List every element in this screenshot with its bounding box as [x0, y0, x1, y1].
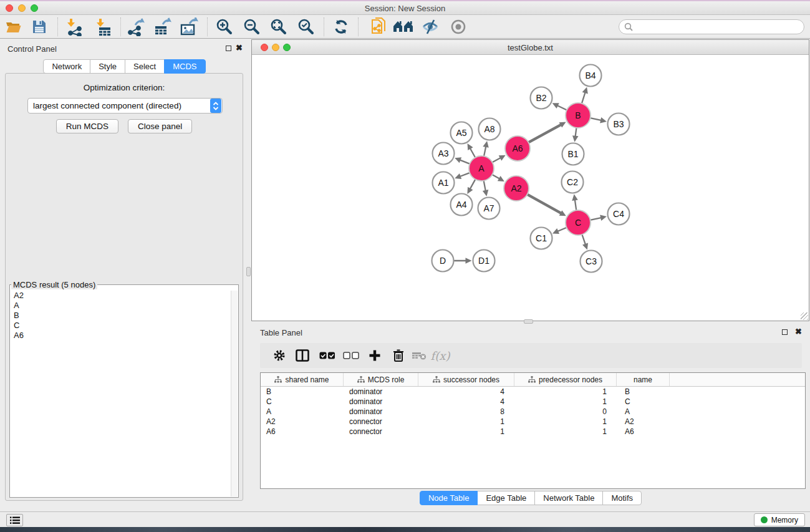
column-header-MCDS-role[interactable]: MCDS role	[344, 373, 418, 386]
cell[interactable]: C	[261, 397, 344, 407]
table-row[interactable]: A2connector11A2	[261, 417, 805, 427]
cell[interactable]: C	[617, 397, 670, 407]
cell[interactable]: 1	[514, 397, 617, 407]
cell[interactable]: 1	[514, 387, 617, 397]
cell[interactable]: dominator	[344, 407, 418, 417]
toolbar-search[interactable]	[619, 19, 804, 34]
deselect-all-button[interactable]	[340, 346, 362, 365]
close-panel-button[interactable]: Close panel	[128, 119, 192, 133]
zoom-selected-button[interactable]	[295, 17, 317, 37]
cell[interactable]: B	[261, 387, 344, 397]
cell[interactable]: dominator	[344, 387, 418, 397]
edge-A-A7[interactable]	[484, 181, 486, 191]
edge-B-B4[interactable]	[582, 92, 586, 103]
edge-A2-C[interactable]	[528, 195, 561, 213]
criterion-dropdown[interactable]: largest connected component (directed)	[27, 98, 223, 114]
network-from-file-button[interactable]	[367, 17, 390, 37]
zoom-out-button[interactable]	[241, 17, 263, 37]
split-divider-handle[interactable]	[246, 267, 251, 276]
column-header-name[interactable]: name	[617, 373, 670, 386]
edge-B-B3[interactable]	[591, 118, 602, 120]
node-table[interactable]: shared nameMCDS rolesuccessor nodesprede…	[260, 372, 806, 489]
cell[interactable]: B	[617, 387, 670, 397]
delete-table-button[interactable]	[408, 346, 430, 365]
delete-column-button[interactable]	[388, 346, 409, 365]
table-row[interactable]: A6connector11A6	[261, 427, 805, 437]
close-panel-icon[interactable]: ✖	[795, 327, 802, 336]
tab-mcds[interactable]: MCDS	[164, 59, 205, 74]
resize-grip-icon[interactable]	[801, 312, 808, 320]
zoom-in-button[interactable]	[213, 17, 236, 37]
mcds-result-list[interactable]: A2ABCA6	[11, 291, 231, 496]
run-mcds-button[interactable]: Run MCDS	[56, 119, 118, 133]
zoom-fit-button[interactable]	[268, 17, 290, 37]
cell[interactable]: 4	[418, 387, 514, 397]
tab-select[interactable]: Select	[125, 59, 165, 74]
tab-network[interactable]: Network	[43, 59, 90, 74]
column-header-shared-name[interactable]: shared name	[261, 373, 344, 386]
show-details-button[interactable]	[447, 17, 470, 37]
export-image-button[interactable]	[178, 17, 200, 37]
table-row[interactable]: Adominator80A	[261, 407, 805, 417]
first-neighbors-button[interactable]	[392, 17, 415, 37]
tab-network-table[interactable]: Network Table	[534, 491, 603, 505]
cell[interactable]: 4	[418, 397, 514, 407]
tab-edge-table[interactable]: Edge Table	[477, 491, 535, 505]
edge-C-C1[interactable]	[557, 228, 566, 231]
list-item-a2[interactable]: A2	[11, 291, 231, 301]
float-panel-icon[interactable]	[226, 46, 231, 51]
list-item-c[interactable]: C	[11, 321, 231, 331]
edge-B-B1[interactable]	[576, 128, 577, 137]
split-divider-handle[interactable]	[524, 319, 533, 324]
cell[interactable]: 1	[514, 417, 617, 427]
edge-C-C3[interactable]	[582, 235, 586, 245]
column-header-successor-nodes[interactable]: successor nodes	[418, 373, 514, 386]
cell[interactable]: 1	[418, 427, 514, 437]
import-network-button[interactable]	[64, 17, 86, 37]
cell[interactable]: A2	[617, 417, 670, 427]
edge-C-C4[interactable]	[591, 218, 602, 220]
cell[interactable]: 1	[514, 427, 617, 437]
edge-C-C2[interactable]	[575, 199, 576, 210]
edge-A-A2[interactable]	[493, 175, 500, 179]
search-input[interactable]	[636, 22, 799, 32]
table-row[interactable]: Cdominator41C	[261, 397, 805, 407]
edge-A-A8[interactable]	[484, 146, 486, 156]
network-window-titlebar[interactable]: testGlobe.txt	[252, 40, 809, 55]
cell[interactable]: A	[617, 407, 670, 417]
tab-motifs[interactable]: Motifs	[602, 491, 642, 505]
edge-A-A6[interactable]	[493, 157, 501, 162]
cell[interactable]: A	[261, 407, 344, 417]
table-row[interactable]: Bdominator41B	[261, 387, 805, 397]
cell[interactable]: dominator	[344, 397, 418, 407]
task-history-button[interactable]	[6, 514, 23, 526]
cell[interactable]: 0	[514, 407, 617, 417]
edge-B-B2[interactable]	[557, 105, 566, 110]
memory-button[interactable]: Memory	[754, 513, 805, 526]
close-panel-icon[interactable]: ✖	[236, 44, 243, 52]
export-network-button[interactable]	[125, 17, 147, 37]
cell[interactable]: A6	[261, 427, 344, 437]
edge-A-A3[interactable]	[460, 160, 470, 163]
cell[interactable]: connector	[344, 417, 418, 427]
add-column-button[interactable]	[364, 346, 385, 365]
list-item-a6[interactable]: A6	[11, 331, 231, 341]
list-scrollbar[interactable]	[231, 291, 238, 496]
table-settings-button[interactable]	[269, 346, 290, 365]
edge-A6-B[interactable]	[529, 124, 561, 142]
function-builder-button[interactable]: f(x)	[430, 346, 451, 365]
cell[interactable]: 8	[418, 407, 514, 417]
edge-A-A1[interactable]	[460, 173, 470, 177]
show-columns-button[interactable]	[292, 346, 313, 365]
column-header-predecessor-nodes[interactable]: predecessor nodes	[514, 373, 617, 386]
export-table-button[interactable]	[151, 17, 173, 37]
apply-layout-button[interactable]	[330, 17, 352, 37]
float-panel-icon[interactable]	[782, 329, 788, 335]
open-session-button[interactable]	[2, 17, 25, 37]
tab-node-table[interactable]: Node Table	[420, 491, 478, 505]
cell[interactable]: A6	[617, 427, 670, 437]
edge-A-A4[interactable]	[470, 180, 475, 190]
network-canvas[interactable]: B4B2BB3A8A5A6A3B1AA1C2A2A4A7C4CC1C3DD1	[252, 56, 809, 321]
save-session-button[interactable]	[28, 17, 51, 37]
list-item-b[interactable]: B	[11, 311, 231, 321]
